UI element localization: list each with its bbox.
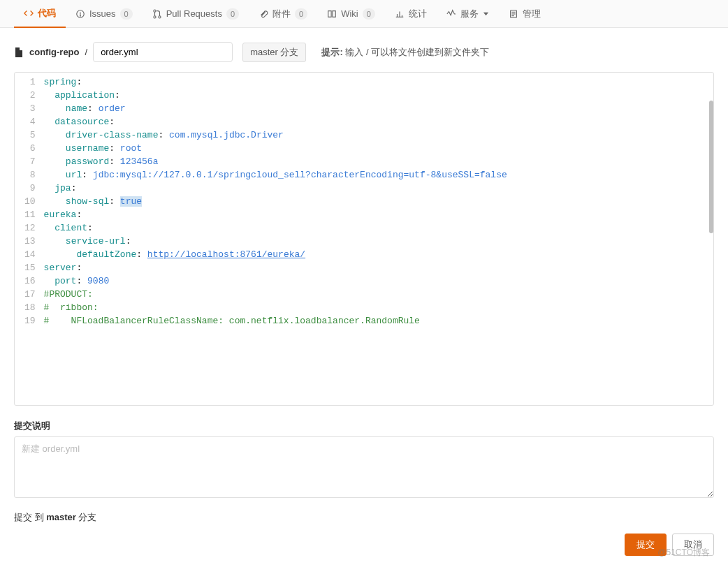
line-number: 17 (24, 288, 36, 301)
services-icon (446, 9, 456, 19)
stats-icon (395, 9, 405, 19)
code-line[interactable]: application: (44, 89, 507, 102)
path-hint: 提示: 输入 / 可以将文件创建到新文件夹下 (321, 46, 489, 59)
scrollbar-thumb[interactable] (709, 101, 713, 233)
line-number: 12 (24, 221, 36, 235)
repo-tabs: 代码 Issues 0 Pull Requests 0 附件 0 Wiki 0 … (0, 0, 728, 28)
svg-point-3 (154, 10, 156, 12)
line-number: 3 (24, 102, 36, 115)
badge-wiki: 0 (363, 8, 375, 20)
code-line[interactable]: # NFLoadBalancerRuleClassName: com.netfl… (44, 314, 507, 328)
code-line[interactable]: port: 9080 (44, 274, 507, 288)
svg-marker-6 (483, 13, 488, 16)
code-editor[interactable]: 12345678910111213141516171819 spring: ap… (14, 72, 714, 406)
line-number: 19 (24, 314, 36, 328)
tab-code[interactable]: 代码 (14, 0, 66, 28)
code-line[interactable]: driver-class-name: com.mysql.jdbc.Driver (44, 128, 507, 142)
tab-manage[interactable]: 管理 (499, 0, 551, 28)
code-line[interactable]: url: jdbc:mysql://127.0.0.1/springcloud_… (44, 168, 507, 182)
line-number: 8 (24, 168, 36, 182)
attachment-icon (259, 9, 268, 19)
line-number-gutter: 12345678910111213141516171819 (15, 73, 41, 330)
filename-input[interactable] (93, 42, 233, 62)
svg-point-4 (154, 15, 156, 17)
line-number: 16 (24, 274, 36, 288)
svg-point-5 (159, 15, 161, 17)
line-number: 15 (24, 261, 36, 274)
line-number: 9 (24, 182, 36, 195)
commit-message-input[interactable] (14, 436, 714, 498)
line-number: 7 (24, 155, 36, 168)
wiki-icon (327, 9, 337, 19)
code-line[interactable]: service-url: (44, 235, 507, 248)
chevron-down-icon (483, 10, 489, 17)
line-number: 18 (24, 301, 36, 314)
manage-icon (509, 9, 518, 19)
tab-issues-label: Issues (89, 8, 116, 19)
tab-wiki[interactable]: Wiki 0 (317, 0, 385, 28)
code-area[interactable]: spring: application: name: order datasou… (41, 73, 507, 330)
line-number: 14 (24, 248, 36, 261)
issues-icon (75, 9, 85, 19)
code-line[interactable]: name: order (44, 102, 507, 115)
code-line[interactable]: spring: (44, 75, 507, 89)
path-separator: / (85, 47, 88, 57)
code-line[interactable]: password: 123456a (44, 155, 507, 168)
tab-issues[interactable]: Issues 0 (66, 0, 143, 28)
commit-message-label: 提交说明 (14, 420, 714, 432)
tab-pulls[interactable]: Pull Requests 0 (143, 0, 249, 28)
code-line[interactable]: defaultZone: http://localhost:8761/eurek… (44, 248, 507, 261)
code-line[interactable]: show-sql: true (44, 195, 507, 208)
line-number: 6 (24, 142, 36, 155)
submit-button[interactable]: 提交 (625, 534, 667, 556)
badge-attachments: 0 (295, 8, 307, 20)
file-icon (14, 47, 24, 58)
file-path-line: config-repo / master 分支 提示: 输入 / 可以将文件创建… (14, 42, 714, 62)
code-line[interactable]: #PRODUCT: (44, 288, 507, 301)
badge-pulls: 0 (226, 8, 239, 20)
tab-code-label: 代码 (38, 7, 56, 20)
tab-stats[interactable]: 统计 (385, 0, 437, 28)
commit-target: 提交 到 master 分支 (14, 511, 714, 524)
code-line[interactable]: datasource: (44, 115, 507, 128)
line-number: 13 (24, 235, 36, 248)
svg-point-2 (80, 15, 81, 16)
repo-name: config-repo (29, 47, 80, 57)
code-line[interactable]: # ribbon: (44, 301, 507, 314)
code-line[interactable]: server: (44, 261, 507, 274)
branch-label: master 分支 (242, 43, 306, 62)
tab-wiki-label: Wiki (341, 8, 358, 19)
line-number: 11 (24, 208, 36, 221)
content-area: config-repo / master 分支 提示: 输入 / 可以将文件创建… (0, 28, 728, 570)
tab-manage-label: 管理 (523, 8, 541, 20)
line-number: 10 (24, 195, 36, 208)
tab-stats-label: 统计 (409, 8, 427, 20)
cancel-button[interactable]: 取消 (672, 534, 714, 556)
tab-pulls-label: Pull Requests (166, 8, 222, 19)
pulls-icon (152, 9, 162, 19)
tab-services[interactable]: 服务 (437, 0, 499, 28)
line-number: 2 (24, 89, 36, 102)
code-icon (24, 8, 34, 18)
tab-attachments[interactable]: 附件 0 (249, 0, 317, 28)
tab-attachments-label: 附件 (272, 8, 291, 20)
tab-services-label: 服务 (460, 8, 479, 20)
line-number: 4 (24, 115, 36, 128)
code-line[interactable]: username: root (44, 142, 507, 155)
code-line[interactable]: client: (44, 221, 507, 235)
line-number: 5 (24, 128, 36, 142)
code-line[interactable]: jpa: (44, 182, 507, 195)
action-buttons: 提交 取消 @51CTO博客 (14, 534, 714, 556)
code-line[interactable]: eureka: (44, 208, 507, 221)
badge-issues: 0 (120, 8, 133, 20)
line-number: 1 (24, 75, 36, 89)
